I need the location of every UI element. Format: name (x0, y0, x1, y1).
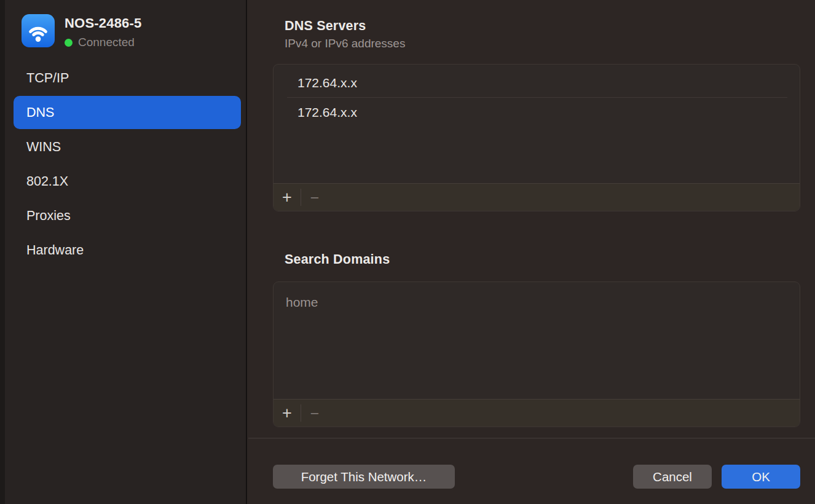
dns-server-value: 172.64.x.x (297, 76, 357, 90)
sidebar-item-8021x[interactable]: 802.1X (14, 165, 241, 198)
sidebar-item-label: 802.1X (26, 174, 68, 189)
sidebar-nav: TCP/IP DNS WINS 802.1X Proxies Hardware (14, 61, 241, 268)
sidebar-item-hardware[interactable]: Hardware (14, 234, 241, 267)
dns-settings-panel: DNS Servers IPv4 or IPv6 addresses 172.6… (248, 0, 815, 504)
dns-server-row[interactable]: 172.64.x.x (274, 98, 800, 127)
plus-icon: + (282, 189, 292, 206)
minus-icon: − (310, 190, 320, 205)
search-domain-value: home (286, 295, 318, 310)
network-meta: NOS-2486-5 Connected (65, 14, 142, 49)
plus-icon: + (282, 405, 292, 422)
dns-servers-rows: 172.64.x.x 172.64.x.x (274, 65, 800, 127)
connection-status-label: Connected (78, 36, 135, 49)
dns-server-row[interactable]: 172.64.x.x (274, 68, 800, 98)
sidebar-item-dns[interactable]: DNS (14, 96, 241, 129)
dns-servers-title: DNS Servers (285, 18, 366, 34)
sidebar-item-tcpip[interactable]: TCP/IP (14, 61, 241, 95)
dns-servers-list-toolbar: + − (274, 183, 800, 211)
network-header: NOS-2486-5 Connected (22, 14, 142, 49)
search-domain-row[interactable]: home (274, 287, 800, 318)
search-domains-title: Search Domains (285, 252, 390, 267)
add-search-domain-button[interactable]: + (274, 400, 301, 427)
ok-button[interactable]: OK (722, 465, 800, 489)
connected-dot-icon (65, 39, 73, 47)
search-domains-rows: home (274, 282, 800, 318)
search-domains-list-toolbar: + − (274, 399, 800, 427)
network-status: Connected (65, 36, 142, 49)
dns-servers-subtitle: IPv4 or IPv6 addresses (285, 37, 405, 50)
cancel-button[interactable]: Cancel (633, 465, 712, 489)
sidebar: NOS-2486-5 Connected TCP/IP DNS WINS 802… (5, 0, 247, 504)
remove-dns-server-button[interactable]: − (301, 184, 328, 211)
forget-network-button[interactable]: Forget This Network… (273, 465, 455, 489)
wifi-icon (22, 14, 55, 47)
sidebar-item-label: Hardware (26, 243, 84, 258)
window-edge (0, 0, 5, 504)
footer-divider (248, 438, 815, 439)
sidebar-item-label: Proxies (26, 208, 71, 224)
sidebar-item-proxies[interactable]: Proxies (14, 199, 241, 232)
dns-servers-list: 172.64.x.x 172.64.x.x + − (273, 64, 800, 211)
add-dns-server-button[interactable]: + (274, 184, 301, 211)
sidebar-item-wins[interactable]: WINS (14, 130, 241, 163)
sidebar-item-label: WINS (26, 140, 61, 155)
remove-search-domain-button[interactable]: − (301, 400, 328, 427)
minus-icon: − (310, 406, 320, 421)
row-divider (287, 97, 787, 98)
sidebar-item-label: TCP/IP (26, 71, 69, 86)
dns-server-value: 172.64.x.x (297, 105, 357, 120)
network-name: NOS-2486-5 (65, 15, 142, 31)
search-domains-list: home + − (273, 282, 800, 427)
sidebar-item-label: DNS (26, 105, 54, 120)
wifi-network-details-dialog: NOS-2486-5 Connected TCP/IP DNS WINS 802… (0, 0, 815, 504)
